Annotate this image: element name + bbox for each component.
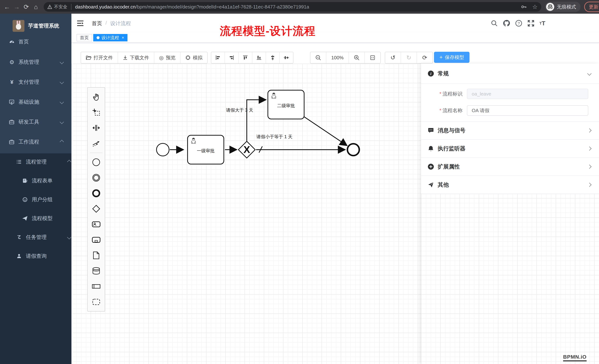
download-file-button[interactable]: 下载文件 <box>118 52 154 63</box>
sidebar-item-process-manage[interactable]: 流程管理 <box>0 154 79 169</box>
section-extended-attributes[interactable]: 扩展属性 <box>421 158 599 176</box>
section-title: 消息与信号 <box>438 127 466 134</box>
end-event[interactable] <box>347 143 360 156</box>
align-center-horizontal-icon <box>284 55 289 60</box>
field-process-key: *流程标识 <box>421 89 599 99</box>
url-path: /bpm/manager/model/design?modelId=e4a1a1… <box>136 4 309 10</box>
align-bottom-button[interactable] <box>252 52 266 63</box>
chevron-right-icon <box>587 165 592 169</box>
properties-panel: i 常规 *流程标识 *流程名称 消息与信号 <box>421 64 599 364</box>
align-top-button[interactable] <box>239 52 252 63</box>
section-execution-listener[interactable]: 执行监听器 <box>421 140 599 158</box>
breadcrumb-home[interactable]: 首页 <box>92 20 102 27</box>
bookmark-star-icon[interactable]: ☆ <box>532 3 537 10</box>
browser-toolbar: ← → ⟳ ⌂ 不安全 dashboard.yudao.iocoder.cn/b… <box>0 0 599 14</box>
github-icon[interactable] <box>502 19 511 28</box>
sidebar-item-user-group[interactable]: 用户分组 <box>0 192 71 207</box>
incognito-badge: 无痕模式 <box>545 2 581 12</box>
save-model-button[interactable]: + 保存模型 <box>434 52 469 63</box>
tab-home[interactable]: 首页 <box>77 34 92 41</box>
chevron-right-icon <box>587 128 592 133</box>
align-toolbar-group <box>211 52 293 64</box>
bpmn-io-watermark[interactable]: BPMN.iO <box>563 354 587 361</box>
share-nodes-icon <box>16 235 22 240</box>
section-general[interactable]: i 常规 <box>421 64 599 84</box>
zoom-in-button[interactable] <box>349 52 365 63</box>
active-dot-icon <box>97 36 99 39</box>
user-task-level1[interactable]: 一级审批 <box>187 135 224 164</box>
sidebar-item-process-form[interactable]: 流程表单 <box>0 173 71 188</box>
start-event[interactable] <box>156 143 169 156</box>
fullscreen-icon[interactable] <box>527 19 535 28</box>
app-logo-row[interactable]: 芋道管理系统 <box>0 18 71 34</box>
section-other[interactable]: 其他 <box>421 176 599 194</box>
folder-open-icon <box>86 55 91 60</box>
browser-reload-icon[interactable]: ⟳ <box>21 3 31 10</box>
process-key-input[interactable] <box>467 89 588 99</box>
person-icon <box>16 253 22 259</box>
list-icon <box>16 159 22 165</box>
align-center-vertical-button[interactable] <box>266 52 280 63</box>
simulate-button[interactable]: 模拟 <box>181 52 207 63</box>
zoom-out-button[interactable] <box>310 52 326 63</box>
chevron-down-icon <box>67 235 71 239</box>
address-bar[interactable]: 不安全 dashboard.yudao.iocoder.cn/bpm/manag… <box>44 2 541 12</box>
process-name-input[interactable] <box>467 105 588 116</box>
flow-condition-label: 请假小于等于 1 天 <box>256 134 292 140</box>
chevron-down-icon <box>587 71 592 76</box>
align-right-icon <box>229 55 234 60</box>
sidebar-item-devtools[interactable]: 研发工具 <box>0 115 71 129</box>
sidebar-item-workflow[interactable]: 工作流程 <box>0 135 71 149</box>
align-top-icon <box>243 55 248 60</box>
close-icon[interactable]: × <box>122 35 124 40</box>
sidebar-item-leave-query[interactable]: 请假查询 <box>0 249 79 263</box>
download-icon <box>123 55 128 60</box>
zoom-toolbar-group: 100% <box>310 52 381 64</box>
sidebar-item-task-manage[interactable]: 任务管理 <box>0 230 79 245</box>
open-file-button[interactable]: 打开文件 <box>81 52 118 63</box>
security-status[interactable]: 不安全 <box>47 4 67 10</box>
sidebar-item-process-model[interactable]: 流程模型 <box>0 211 71 226</box>
redo-icon: ↻ <box>406 54 411 61</box>
redo-button[interactable]: ↻ <box>401 52 417 63</box>
url-text[interactable]: dashboard.yudao.iocoder.cn/bpm/manager/m… <box>75 4 309 10</box>
undo-button[interactable]: ↺ <box>385 52 401 63</box>
align-center-horizontal-button[interactable] <box>280 52 293 63</box>
sidebar-item-label: 流程表单 <box>32 177 53 184</box>
browser-update-button[interactable]: 更新 ⋮ <box>584 2 599 12</box>
browser-forward-icon[interactable]: → <box>12 3 21 10</box>
sidebar-item-system[interactable]: ⚙ 系统管理 <box>0 55 71 69</box>
tab-label: 设计流程 <box>101 35 119 41</box>
briefcase-icon <box>9 119 15 125</box>
password-key-icon[interactable] <box>520 3 527 10</box>
sidebar-item-home[interactable]: 首页 <box>0 34 71 49</box>
user-task-level2[interactable]: 二级审批 <box>267 90 305 119</box>
button-label: 下载文件 <box>130 54 149 61</box>
flow-condition-label: 请假大于 3 天 <box>226 107 253 113</box>
zoom-reset-button[interactable] <box>365 52 380 63</box>
restart-button[interactable]: ⟳ <box>417 52 432 63</box>
briefcase-icon <box>9 139 15 145</box>
sidebar-item-label: 研发工具 <box>18 119 39 126</box>
sidebar-collapse-icon[interactable] <box>76 19 85 28</box>
preview-button[interactable]: ◎ 预览 <box>154 52 181 63</box>
sidebar-item-label: 流程管理 <box>26 158 47 165</box>
field-label: *流程标识 <box>421 91 462 97</box>
sidebar-item-label: 请假查询 <box>26 253 47 260</box>
yen-icon: ¥ <box>9 79 15 85</box>
align-left-button[interactable] <box>211 52 225 63</box>
font-size-icon[interactable]: TT <box>538 19 547 28</box>
section-title: 其他 <box>438 181 449 189</box>
sidebar-item-infra[interactable]: 基础设施 <box>0 95 71 109</box>
browser-back-icon[interactable]: ← <box>2 3 12 10</box>
browser-home-icon[interactable]: ⌂ <box>31 3 41 10</box>
section-title: 扩展属性 <box>438 163 460 170</box>
sidebar-item-payment[interactable]: ¥ 支付管理 <box>0 75 71 89</box>
section-message-signal[interactable]: 消息与信号 <box>421 122 599 140</box>
svg-text:i: i <box>430 71 432 76</box>
help-icon[interactable]: ? <box>514 19 523 28</box>
bell-icon <box>428 145 434 152</box>
search-icon[interactable] <box>490 19 499 28</box>
align-right-button[interactable] <box>225 52 239 63</box>
tab-design-active[interactable]: 设计流程 × <box>93 34 127 41</box>
